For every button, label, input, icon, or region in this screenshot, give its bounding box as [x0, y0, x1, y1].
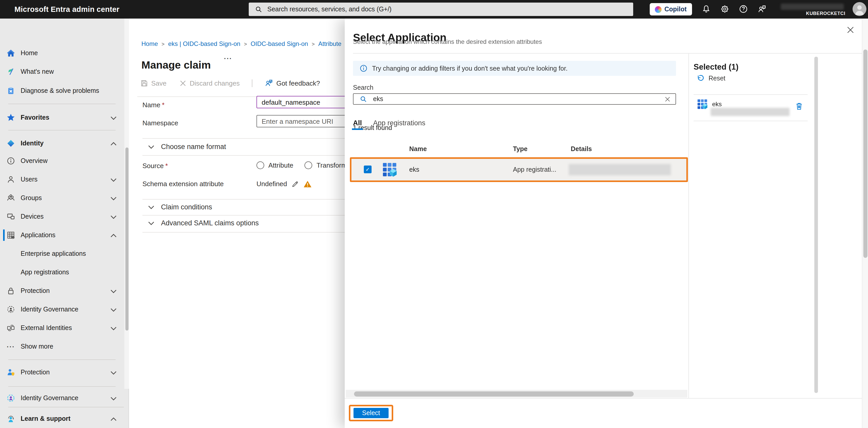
sidebar-item-whats-new[interactable]: What's new — [0, 64, 129, 79]
breadcrumb: Home > eks | OIDC-based Sign-on > OIDC-b… — [142, 40, 341, 47]
sidebar-item-label: Devices — [21, 213, 43, 220]
sidebar-item-favorites[interactable]: Favorites — [0, 110, 129, 125]
application-search-input[interactable] — [372, 95, 664, 103]
search-icon — [255, 6, 262, 13]
sidebar-item-applications[interactable]: Applications — [0, 227, 129, 243]
horizontal-scrollbar-track[interactable] — [346, 390, 687, 398]
page-more-menu[interactable]: ··· — [224, 55, 232, 62]
sidebar-item-external-identities[interactable]: External Identities — [0, 320, 129, 336]
breadcrumb-app[interactable]: eks | OIDC-based Sign-on — [168, 40, 241, 47]
reset-button[interactable]: Reset — [697, 74, 725, 82]
advanced-saml-expander[interactable]: Advanced SAML claims options — [148, 219, 259, 227]
breadcrumb-home[interactable]: Home — [142, 40, 158, 47]
sidebar-item-label: Protection — [21, 369, 50, 376]
application-search-box[interactable] — [353, 93, 676, 105]
sidebar-item-groups[interactable]: Groups — [0, 190, 129, 206]
breadcrumb-separator: > — [312, 41, 315, 47]
tab-all[interactable]: All — [353, 119, 362, 127]
close-icon[interactable] — [846, 26, 855, 34]
chevron-up-icon — [111, 415, 117, 423]
info-icon — [360, 64, 367, 72]
sidebar-item-show-more[interactable]: ··· Show more — [0, 339, 129, 354]
breadcrumb-signon[interactable]: OIDC-based Sign-on — [251, 40, 308, 47]
sidebar-item-identity[interactable]: Identity — [0, 136, 129, 151]
sidebar-item-devices[interactable]: Devices — [0, 209, 129, 224]
discard-changes-button[interactable]: Discard changes — [179, 79, 240, 87]
sidebar-item-users[interactable]: Users — [0, 172, 129, 187]
sidebar-item-overview[interactable]: Overview — [0, 153, 129, 169]
got-feedback-button[interactable]: Got feedback? — [265, 79, 320, 87]
attribute-radio[interactable] — [256, 161, 264, 169]
name-field-label: Name* — [143, 101, 165, 109]
notifications-bell-icon[interactable] — [702, 5, 711, 13]
sidebar-item-label: External Identities — [21, 324, 72, 332]
sidebar-item-diagnose[interactable]: Diagnose & solve problems — [0, 83, 129, 98]
settings-gear-icon[interactable] — [720, 5, 729, 13]
sidebar-item-app-registrations[interactable]: App registrations — [0, 265, 129, 280]
column-header-name[interactable]: Name — [409, 145, 427, 153]
chevron-down-icon — [111, 324, 117, 332]
global-search[interactable] — [249, 3, 633, 16]
lock-icon — [6, 287, 16, 295]
source-field-label: Source* — [143, 162, 168, 170]
sidebar-item-learn-support[interactable]: Learn & support — [0, 411, 129, 426]
column-header-details[interactable]: Details — [571, 145, 592, 153]
clear-search-icon[interactable] — [664, 96, 671, 102]
row-checkbox[interactable]: ✓ — [364, 166, 372, 173]
divider — [8, 104, 116, 104]
copilot-button[interactable]: Copilot — [650, 3, 692, 15]
divider — [8, 130, 116, 130]
active-tab-indicator — [352, 128, 363, 130]
claim-conditions-expander[interactable]: Claim conditions — [148, 203, 212, 211]
transformation-radio[interactable] — [305, 161, 312, 169]
select-button[interactable]: Select — [353, 408, 389, 418]
sidebar-item-identity-governance[interactable]: Identity Governance — [0, 302, 129, 317]
home-icon — [6, 49, 16, 57]
sidebar-item-label: Home — [21, 50, 38, 57]
star-icon — [6, 113, 16, 122]
command-bar: Save Discard changes Got feedback? — [141, 79, 332, 87]
sidebar-item-protection-colored[interactable]: Protection — [0, 365, 129, 380]
people-group-icon — [6, 194, 16, 202]
page-scrollbar-thumb[interactable] — [863, 50, 867, 258]
breadcrumb-separator: > — [244, 41, 247, 47]
required-asterisk: * — [165, 162, 168, 170]
sidebar-item-home[interactable]: Home — [0, 45, 129, 61]
selected-pane-scrollbar[interactable] — [814, 57, 818, 393]
sidebar-item-protection[interactable]: Protection — [0, 283, 129, 299]
breadcrumb-attributes[interactable]: Attribute — [318, 40, 341, 47]
sidebar-scrollbar-thumb[interactable] — [125, 147, 128, 331]
schema-extension-value-row: Undefined — [256, 180, 312, 188]
save-button[interactable]: Save — [141, 79, 166, 87]
sidebar-item-identity-governance-colored[interactable]: Identity Governance — [0, 390, 129, 406]
expander-label: Choose name format — [161, 143, 226, 151]
learn-support-headset-icon — [6, 415, 16, 423]
divider — [8, 386, 116, 387]
app-title[interactable]: Microsoft Entra admin center — [14, 5, 120, 13]
sidebar-item-label: Identity — [21, 140, 43, 147]
remove-trash-icon[interactable] — [795, 102, 803, 110]
application-row-eks[interactable]: ✓ eks App registrati... — [350, 157, 688, 182]
sidebar-item-label: Identity Governance — [21, 394, 79, 402]
avatar[interactable] — [852, 2, 866, 16]
help-icon[interactable] — [739, 5, 748, 13]
select-application-panel: Select Application Select the applicatio… — [345, 19, 868, 428]
page-scrollbar-track[interactable] — [862, 19, 868, 428]
global-search-input[interactable] — [266, 5, 599, 13]
choose-name-format-expander[interactable]: Choose name format — [148, 143, 226, 151]
row-details-redacted — [569, 164, 671, 175]
edit-pencil-icon[interactable] — [292, 180, 299, 188]
sidebar-item-label: Protection — [21, 287, 50, 294]
feedback-person-icon[interactable] — [757, 5, 766, 13]
app-icon-eks — [382, 162, 397, 178]
row-type-cell: App registrati... — [513, 166, 556, 173]
sidebar-item-label: Favorites — [21, 114, 49, 121]
tab-app-registrations[interactable]: App registrations — [373, 119, 426, 127]
account-name-redacted — [781, 4, 844, 10]
sidebar-item-label: Overview — [21, 157, 48, 164]
horizontal-scrollbar-thumb[interactable] — [354, 391, 634, 396]
left-nav: Home What's new Diagnose & solve problem… — [0, 19, 129, 428]
column-header-type[interactable]: Type — [513, 145, 528, 153]
banner-text: Try changing or adding filters if you do… — [372, 65, 568, 72]
sidebar-item-enterprise-applications[interactable]: Enterprise applications — [0, 246, 129, 261]
